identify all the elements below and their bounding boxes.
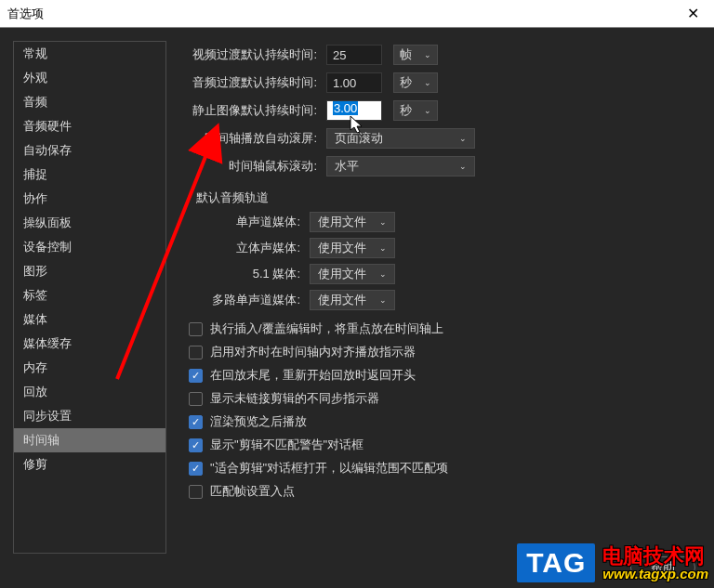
sidebar-item[interactable]: 同步设置 xyxy=(14,404,165,428)
audio-transition-input[interactable] xyxy=(326,72,382,93)
sidebar-item[interactable]: 外观 xyxy=(14,66,165,90)
sidebar-item[interactable]: 协作 xyxy=(14,187,165,211)
video-transition-unit-select[interactable]: 帧 ⌄ xyxy=(393,45,438,65)
checkbox-label: 在回放末尾，重新开始回放时返回开头 xyxy=(210,367,416,384)
chevron-down-icon: ⌄ xyxy=(459,162,467,171)
window-title: 首选项 xyxy=(7,6,680,22)
checkbox-row: 显示"剪辑不匹配警告"对话框 xyxy=(189,436,701,454)
checkbox[interactable] xyxy=(189,415,203,429)
audio-transition-unit-select[interactable]: 秒 ⌄ xyxy=(393,72,438,93)
sidebar-item[interactable]: 内存 xyxy=(14,356,165,380)
stereo-label: 立体声媒体: xyxy=(189,240,310,256)
audio-tracks-title: 默认音频轨道 xyxy=(189,189,701,206)
watermark-logo: TAG xyxy=(517,543,595,582)
checkbox-row: 匹配帧设置入点 xyxy=(189,482,701,501)
checkbox-list: 执行插入/覆盖编辑时，将重点放在时间轴上启用对齐时在时间轴内对齐播放指示器在回放… xyxy=(189,320,701,501)
sidebar-item[interactable]: 修剪 xyxy=(14,452,165,477)
chevron-down-icon: ⌄ xyxy=(379,295,387,305)
content-area: 常规外观音频音频硬件自动保存捕捉协作操纵面板设备控制图形标签媒体媒体缓存内存回放… xyxy=(0,28,714,567)
category-sidebar: 常规外观音频音频硬件自动保存捕捉协作操纵面板设备控制图形标签媒体媒体缓存内存回放… xyxy=(13,41,166,554)
chevron-down-icon: ⌄ xyxy=(379,243,387,253)
checkbox[interactable] xyxy=(189,392,203,406)
checkbox-label: 执行插入/覆盖编辑时，将重点放在时间轴上 xyxy=(210,320,443,337)
checkbox-row: 启用对齐时在时间轴内对齐播放指示器 xyxy=(189,343,701,361)
sidebar-item[interactable]: 媒体缓存 xyxy=(14,332,165,356)
fiveone-select[interactable]: 使用文件⌄ xyxy=(310,264,395,284)
titlebar: 首选项 ✕ xyxy=(0,0,714,28)
mono-label: 单声道媒体: xyxy=(189,214,310,230)
checkbox[interactable] xyxy=(189,369,203,383)
checkbox-row: 执行插入/覆盖编辑时，将重点放在时间轴上 xyxy=(189,320,701,338)
sidebar-item[interactable]: 标签 xyxy=(14,283,165,307)
chevron-down-icon: ⌄ xyxy=(424,78,431,87)
close-icon[interactable]: ✕ xyxy=(680,5,707,22)
still-image-label: 静止图像默认持续时间: xyxy=(181,102,326,119)
checkbox-row: 在回放末尾，重新开始回放时返回开头 xyxy=(189,366,701,385)
still-image-input[interactable]: 3.00 xyxy=(326,100,382,121)
checkbox-row: 显示未链接剪辑的不同步指示器 xyxy=(189,389,701,408)
checkbox[interactable] xyxy=(189,485,203,499)
chevron-down-icon: ⌄ xyxy=(424,106,431,115)
sidebar-item[interactable]: 图形 xyxy=(14,259,165,283)
chevron-down-icon: ⌄ xyxy=(459,134,467,143)
settings-pane: 视频过渡默认持续时间: 帧 ⌄ 音频过渡默认持续时间: 秒 ⌄ 静止图像默认持续… xyxy=(178,41,701,554)
checkbox[interactable] xyxy=(189,462,203,476)
checkbox[interactable] xyxy=(189,438,203,452)
sidebar-item[interactable]: 设备控制 xyxy=(14,235,165,259)
sidebar-item[interactable]: 音频硬件 xyxy=(14,114,165,138)
sidebar-item[interactable]: 常规 xyxy=(14,42,165,66)
checkbox-label: 渲染预览之后播放 xyxy=(210,413,307,430)
multimono-label: 多路单声道媒体: xyxy=(189,292,310,308)
watermark-cn: 电脑技术网 xyxy=(602,545,708,567)
sidebar-item[interactable]: 自动保存 xyxy=(14,138,165,163)
video-transition-row: 视频过渡默认持续时间: 帧 ⌄ xyxy=(181,45,701,65)
checkbox-row: 渲染预览之后播放 xyxy=(189,412,701,431)
video-transition-input[interactable] xyxy=(326,45,382,65)
watermark-url: www.tagxp.com xyxy=(602,567,708,581)
checkbox-label: 匹配帧设置入点 xyxy=(210,483,295,500)
still-image-unit-select[interactable]: 秒 ⌄ xyxy=(393,100,438,121)
playback-autoscroll-row: 时间轴播放自动滚屏: 页面滚动 ⌄ xyxy=(181,128,701,149)
watermark: TAG 电脑技术网 www.tagxp.com xyxy=(517,543,708,582)
audio-transition-label: 音频过渡默认持续时间: xyxy=(181,74,326,91)
sidebar-item[interactable]: 时间轴 xyxy=(14,428,165,452)
mono-select[interactable]: 使用文件⌄ xyxy=(310,212,395,232)
fiveone-label: 5.1 媒体: xyxy=(189,266,310,282)
mouse-scroll-select[interactable]: 水平 ⌄ xyxy=(326,156,475,176)
checkbox-label: 显示"剪辑不匹配警告"对话框 xyxy=(210,437,364,453)
sidebar-item[interactable]: 捕捉 xyxy=(14,163,165,187)
sidebar-item[interactable]: 操纵面板 xyxy=(14,211,165,235)
sidebar-item[interactable]: 媒体 xyxy=(14,307,165,332)
mouse-scroll-label: 时间轴鼠标滚动: xyxy=(181,158,326,175)
sidebar-item[interactable]: 回放 xyxy=(14,380,165,404)
stereo-select[interactable]: 使用文件⌄ xyxy=(310,238,395,258)
playback-autoscroll-select[interactable]: 页面滚动 ⌄ xyxy=(326,128,475,149)
chevron-down-icon: ⌄ xyxy=(379,217,387,227)
multimono-select[interactable]: 使用文件⌄ xyxy=(310,290,395,310)
mouse-scroll-row: 时间轴鼠标滚动: 水平 ⌄ xyxy=(181,156,701,176)
video-transition-label: 视频过渡默认持续时间: xyxy=(181,46,326,63)
audio-transition-row: 音频过渡默认持续时间: 秒 ⌄ xyxy=(181,72,701,93)
still-image-row: 静止图像默认持续时间: 3.00 秒 ⌄ xyxy=(181,100,701,121)
checkbox-label: "适合剪辑"对话框打开，以编辑范围不匹配项 xyxy=(210,460,448,477)
checkbox[interactable] xyxy=(189,346,203,359)
checkbox-label: 启用对齐时在时间轴内对齐播放指示器 xyxy=(210,344,416,360)
sidebar-item[interactable]: 音频 xyxy=(14,90,165,114)
checkbox-row: "适合剪辑"对话框打开，以编辑范围不匹配项 xyxy=(189,459,701,477)
checkbox[interactable] xyxy=(189,322,203,336)
default-audio-tracks-group: 默认音频轨道 单声道媒体: 使用文件⌄ 立体声媒体: 使用文件⌄ 5.1 媒体:… xyxy=(189,184,701,310)
playback-autoscroll-label: 时间轴播放自动滚屏: xyxy=(181,130,326,147)
chevron-down-icon: ⌄ xyxy=(379,269,387,279)
checkbox-label: 显示未链接剪辑的不同步指示器 xyxy=(210,390,379,407)
chevron-down-icon: ⌄ xyxy=(424,50,431,59)
